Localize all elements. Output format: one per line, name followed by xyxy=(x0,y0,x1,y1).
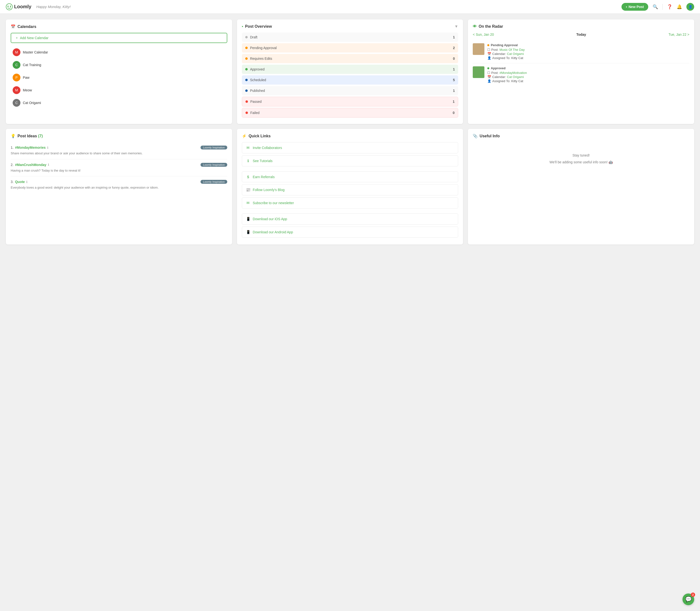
on-the-radar-card: 👁 On the Radar < Sun, Jan 20 Today Tue, … xyxy=(468,19,694,124)
useful-info-icon: 📎 xyxy=(473,134,478,138)
radar-post-label: Post: xyxy=(491,71,498,75)
radar-status-label: Approved xyxy=(491,66,506,70)
quick-link-icon: 📰 xyxy=(246,188,250,192)
post-overview-row[interactable]: Published 1 xyxy=(242,86,458,95)
radar-prev-link[interactable]: < Sun, Jan 20 xyxy=(473,33,494,36)
post-row-count: 1 xyxy=(453,100,455,104)
quick-link-item[interactable]: 📱 Download our iOS App xyxy=(242,213,458,225)
calendar-item[interactable]: M Master Calendar xyxy=(11,46,227,59)
useful-info-title: 📎 Useful Info xyxy=(473,134,689,138)
calendar-name: Meow xyxy=(23,88,32,92)
quick-link-label: Download our iOS App xyxy=(253,217,287,221)
status-dot xyxy=(245,79,248,81)
radar-cal-link[interactable]: Cat Origami xyxy=(507,52,524,56)
calendar-item[interactable]: C Cat Training xyxy=(11,59,227,71)
idea-desc: Everybody loves a good word: delight you… xyxy=(11,185,227,190)
post-row-left: Pending Approval xyxy=(245,46,277,50)
idea-link[interactable]: #MondayMemories xyxy=(15,146,46,149)
logo[interactable]: Loomly xyxy=(6,3,31,10)
post-ideas-count: (7) xyxy=(38,134,43,138)
post-overview-row[interactable]: Passed 1 xyxy=(242,97,458,106)
idea-title: 3. Quote ℹ xyxy=(11,180,28,184)
idea-item: 2. #ManCrushMonday ℹ Loomly Inspiration … xyxy=(11,160,227,177)
search-icon[interactable]: 🔍 xyxy=(653,4,658,10)
post-overview-row[interactable]: Approved 1 xyxy=(242,65,458,74)
calendars-heading: Calendars xyxy=(17,25,36,29)
idea-bulb-icon: 💡 xyxy=(11,134,16,138)
calendar-item[interactable]: C Cat Origami xyxy=(11,96,227,109)
radar-next-link[interactable]: Tue, Jan 22 > xyxy=(669,33,689,36)
post-row-label: Draft xyxy=(250,35,257,39)
radar-status-label: Pending Approval xyxy=(491,43,518,47)
quick-links-title: ⚡ Quick Links xyxy=(242,134,458,138)
quick-link-icon: ℹ xyxy=(246,159,250,163)
post-overview-row[interactable]: Scheduled 5 xyxy=(242,75,458,85)
calendars-card: 📅 Calendars ＋ Add New Calendar M Master … xyxy=(6,19,232,124)
idea-items: 1. #MondayMemories ℹ Loomly Inspiration … xyxy=(11,142,227,193)
post-row-label: Scheduled xyxy=(250,78,266,82)
new-post-icon: ▪ xyxy=(626,5,627,9)
idea-info-icon[interactable]: ℹ xyxy=(26,180,28,184)
post-ideas-title: 💡 Post Ideas (7) xyxy=(11,134,227,138)
new-post-label: New Post xyxy=(628,5,644,9)
avatar[interactable]: 👤 xyxy=(686,3,694,11)
quick-link-label: Follow Loomly's Blog xyxy=(253,188,285,192)
radar-post-link[interactable]: Music Of The Day xyxy=(500,48,525,51)
logo-text: Loomly xyxy=(14,4,31,10)
radar-post-meta: ☐ Post: Music Of The Day xyxy=(487,48,689,51)
quick-link-item[interactable]: ✉ Subscribe to our newsletter xyxy=(242,197,458,209)
radar-cal-label: Calendar: xyxy=(492,52,506,56)
idea-title: 1. #MondayMemories ℹ xyxy=(11,146,48,149)
calendar-item[interactable]: M Meow xyxy=(11,84,227,96)
idea-badge: Loomly Inspiration xyxy=(200,163,227,167)
post-overview-row[interactable]: Failed 0 xyxy=(242,108,458,118)
post-row-label: Published xyxy=(250,89,265,93)
quick-link-label: See Tutorials xyxy=(253,159,273,163)
quick-link-label: Earn Referrals xyxy=(253,175,275,179)
quick-link-item[interactable]: ℹ See Tutorials xyxy=(242,155,458,166)
new-post-button[interactable]: ▪ New Post xyxy=(622,3,648,11)
filter-icon[interactable]: ▼ xyxy=(454,24,458,29)
radar-thumbnail xyxy=(473,66,485,78)
quick-link-item[interactable]: $ Earn Referrals xyxy=(242,172,458,182)
post-overview-row[interactable]: Requires Edits 0 xyxy=(242,54,458,63)
calendar-name: Cat Origami xyxy=(23,101,41,105)
svg-point-1 xyxy=(8,5,9,7)
calendar-avatar: P xyxy=(13,74,20,81)
quick-link-item[interactable]: 📰 Follow Loomly's Blog xyxy=(242,184,458,195)
radar-today-label: Today xyxy=(576,33,586,36)
quick-link-item[interactable]: ✉ Invite Collaborators xyxy=(242,142,458,153)
idea-badge: Loomly Inspiration xyxy=(200,180,227,184)
post-overview-header: ▪ Post Overview ▼ xyxy=(242,24,458,29)
add-calendar-button[interactable]: ＋ Add New Calendar xyxy=(11,33,227,43)
help-icon[interactable]: ❓ xyxy=(667,4,672,10)
post-overview-row[interactable]: Pending Approval 2 xyxy=(242,43,458,53)
post-row-label: Requires Edits xyxy=(250,57,272,60)
calendar-avatar: C xyxy=(13,99,20,107)
quick-link-icon: 📱 xyxy=(246,217,250,221)
status-dot xyxy=(245,47,248,49)
post-rows: Draft 1 Pending Approval 2 Requires Edit… xyxy=(242,33,458,118)
quick-links-card: ⚡ Quick Links ✉ Invite Collaborators ℹ S… xyxy=(237,129,463,244)
idea-info-icon[interactable]: ℹ xyxy=(47,146,48,149)
quick-link-item[interactable]: 📱 Download our Android App xyxy=(242,226,458,238)
calendar-item[interactable]: P Paw xyxy=(11,71,227,84)
logo-icon xyxy=(6,3,13,10)
radar-item: Pending Approval ☐ Post: Music Of The Da… xyxy=(473,40,689,63)
idea-link[interactable]: #ManCrushMonday xyxy=(15,163,46,167)
quick-links-separator xyxy=(242,168,458,172)
idea-link[interactable]: Quote xyxy=(15,180,25,184)
post-overview-row[interactable]: Draft 1 xyxy=(242,33,458,42)
post-row-left: Scheduled xyxy=(245,78,266,82)
quick-links-heading: Quick Links xyxy=(249,134,271,138)
idea-info-icon[interactable]: ℹ xyxy=(48,163,49,166)
radar-cal-link[interactable]: Cat Origami xyxy=(507,75,524,79)
radar-status: Pending Approval xyxy=(487,43,689,47)
post-row-count: 0 xyxy=(453,111,455,115)
greeting: Happy Monday, Kitty! xyxy=(36,5,71,9)
idea-num: 3. xyxy=(11,180,14,184)
radar-assigned-label: Assigned To: xyxy=(492,56,510,60)
header-left: Loomly Happy Monday, Kitty! xyxy=(6,3,71,10)
radar-post-link[interactable]: #MondayMotivation xyxy=(500,71,527,75)
notifications-icon[interactable]: 🔔 xyxy=(677,4,682,10)
